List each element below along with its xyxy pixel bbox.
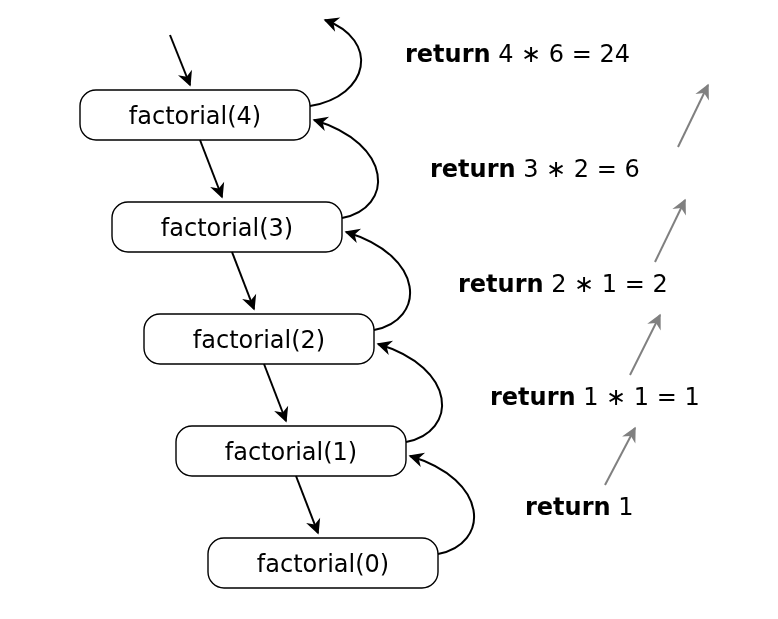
return-label-1: return 1 ∗ 1 = 1 xyxy=(490,383,700,411)
call-arrow-4-3 xyxy=(200,140,222,197)
call-arrow-2-1 xyxy=(264,364,286,421)
node-factorial-0: factorial(0) xyxy=(208,538,438,588)
entry-arrow xyxy=(170,35,190,85)
return-label-4: return 4 ∗ 6 = 24 xyxy=(405,40,630,68)
node-label-1: factorial(1) xyxy=(225,438,357,466)
node-label-2: factorial(2) xyxy=(193,326,325,354)
return-label-0: return 1 xyxy=(525,493,634,521)
return-label-3: return 3 ∗ 2 = 6 xyxy=(430,155,640,183)
gray-arrow-0-1 xyxy=(605,428,635,485)
call-arrow-3-2 xyxy=(232,252,254,309)
return-arrow-4-out xyxy=(310,20,361,106)
gray-arrow-3-4 xyxy=(678,85,708,147)
node-label-0: factorial(0) xyxy=(257,550,389,578)
node-label-4: factorial(4) xyxy=(129,102,261,130)
gray-arrow-2-3 xyxy=(655,200,685,262)
node-label-3: factorial(3) xyxy=(161,214,293,242)
return-label-2: return 2 ∗ 1 = 2 xyxy=(458,270,668,298)
node-factorial-4: factorial(4) xyxy=(80,90,310,140)
node-factorial-1: factorial(1) xyxy=(176,426,406,476)
node-factorial-2: factorial(2) xyxy=(144,314,374,364)
call-arrow-1-0 xyxy=(296,476,318,533)
gray-arrow-1-2 xyxy=(630,315,660,375)
node-factorial-3: factorial(3) xyxy=(112,202,342,252)
